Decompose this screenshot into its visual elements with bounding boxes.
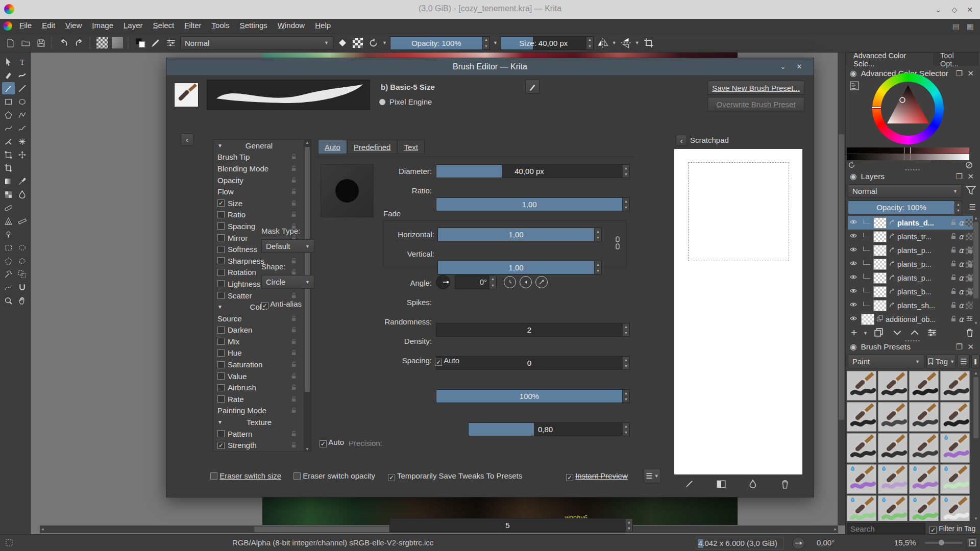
- reload-caret-icon[interactable]: ▼: [382, 40, 387, 45]
- brush-option-painting-mode[interactable]: Painting Mode: [213, 405, 305, 417]
- window-maximize-button[interactable]: ◇: [949, 5, 960, 15]
- brush-preset-thumbnail[interactable]: [878, 495, 908, 521]
- layer-visibility-icon[interactable]: [848, 218, 859, 227]
- brush-preset-thumbnail[interactable]: [878, 402, 908, 432]
- brush-option-opacity[interactable]: Opacity: [213, 174, 305, 186]
- layer-lock-icon[interactable]: [950, 246, 957, 255]
- tab-text[interactable]: Text: [397, 140, 425, 154]
- brush-preset-thumbnail[interactable]: [847, 402, 876, 432]
- brush-option-source[interactable]: Source: [213, 313, 305, 324]
- menu-file[interactable]: File: [14, 19, 37, 32]
- save-icon[interactable]: [35, 37, 47, 49]
- workspace-chooser-icon[interactable]: ▦: [967, 22, 974, 31]
- options-scrollbar[interactable]: ▲ ▼: [304, 140, 311, 452]
- angle-input[interactable]: 0° ▲▼: [455, 275, 497, 289]
- wrap-around-icon[interactable]: [643, 37, 655, 49]
- menu-window[interactable]: Window: [273, 19, 310, 32]
- tool-gradient-icon[interactable]: [2, 175, 15, 187]
- layer-alpha-icon[interactable]: α: [959, 246, 964, 255]
- tool-multibrush-icon[interactable]: [16, 135, 29, 147]
- brush-preset-thumbnail[interactable]: [909, 495, 939, 521]
- mirror-vertical-caret-icon[interactable]: ▼: [635, 40, 640, 45]
- layer-visibility-icon[interactable]: [848, 232, 859, 241]
- layer-alpha-icon[interactable]: α: [959, 287, 964, 296]
- saturation-triangle[interactable]: [881, 82, 935, 136]
- tool-calligraphy-icon[interactable]: [16, 69, 29, 81]
- hue-ring[interactable]: [872, 73, 944, 144]
- brush-option-darken[interactable]: Darken: [213, 324, 305, 336]
- tool-bezier-icon[interactable]: [2, 122, 15, 134]
- engine-radio[interactable]: [379, 99, 385, 105]
- add-layer-caret-icon[interactable]: ▼: [863, 331, 868, 336]
- tab-advanced-color-selector[interactable]: Advanced Color Sele...: [848, 53, 934, 66]
- window-minimize-button[interactable]: ⌄: [933, 5, 943, 15]
- layer-thumbnail[interactable]: [873, 286, 887, 297]
- layer-visibility-icon[interactable]: [848, 315, 859, 323]
- tag-button[interactable]: Tag▼: [926, 355, 956, 368]
- layer-name[interactable]: plants_b...: [897, 288, 948, 296]
- inherit-alpha-icon[interactable]: [966, 302, 973, 309]
- mirror-horizontal-caret-icon[interactable]: ▼: [612, 40, 617, 45]
- angle-counterclock-icon[interactable]: [520, 276, 532, 288]
- inherit-alpha-icon[interactable]: [966, 233, 973, 240]
- presets-detail-button[interactable]: ❚: [971, 355, 979, 368]
- layer-thumbnail[interactable]: [873, 245, 887, 256]
- presets-tag-dropdown[interactable]: Paint▼: [848, 355, 924, 368]
- image-dimensions-field[interactable]: 4.042 x 6.000 (3,0 GiB): [696, 537, 783, 549]
- dialog-close-icon[interactable]: ✕: [794, 62, 804, 72]
- open-document-icon[interactable]: [19, 37, 32, 49]
- duplicate-layer-button[interactable]: [874, 328, 884, 339]
- brush-preset-thumbnail[interactable]: [940, 495, 970, 521]
- tool-polyline-icon[interactable]: [16, 109, 29, 121]
- diameter-slider[interactable]: 40,00 px▲▼: [436, 164, 630, 178]
- dialog-titlebar[interactable]: Brush Editor — Krita: [166, 58, 814, 75]
- instant-preview-checkbox[interactable]: ✓ Instant Preview: [566, 471, 628, 481]
- tool-selmagnetic-icon[interactable]: [16, 281, 29, 293]
- menu-filter[interactable]: Filter: [179, 19, 206, 32]
- layer-lock-icon[interactable]: [950, 260, 957, 268]
- alpha-lock-icon[interactable]: [966, 288, 973, 295]
- layer-alpha-icon[interactable]: α: [959, 232, 964, 241]
- gradient-chooser-icon[interactable]: [96, 37, 108, 49]
- layer-thumbnail[interactable]: [873, 231, 887, 242]
- layer-lock-icon[interactable]: [950, 301, 957, 310]
- brush-option-mix[interactable]: Mix: [213, 336, 305, 347]
- brush-preset-thumbnail[interactable]: [909, 371, 939, 400]
- tool-selsimilar-icon[interactable]: [16, 268, 29, 280]
- brush-preset-thumbnail[interactable]: [940, 464, 970, 494]
- layer-row[interactable]: plants_tr...α: [848, 230, 973, 243]
- layers-float-icon[interactable]: ❐: [956, 172, 963, 181]
- tool-freehand-icon[interactable]: [16, 122, 29, 134]
- save-tweaks-checkbox[interactable]: ✓ Temporarily Save Tweaks To Presets: [388, 471, 522, 481]
- layer-visibility-icon[interactable]: [848, 246, 859, 255]
- scratchpad-fill-gradient-icon[interactable]: [717, 480, 726, 490]
- tool-selpoly-icon[interactable]: [2, 255, 15, 267]
- dialog-detach-icon[interactable]: ⌄: [778, 62, 788, 72]
- tool-selellipse-icon[interactable]: [16, 241, 29, 254]
- choose-brush-preset-icon[interactable]: [150, 37, 162, 49]
- scratchpad-clear-icon[interactable]: [780, 480, 790, 490]
- layer-alpha-icon[interactable]: α: [959, 315, 964, 324]
- layer-lock-icon[interactable]: [950, 315, 957, 323]
- layer-name[interactable]: plants_sh...: [897, 302, 948, 310]
- randomness-slider[interactable]: 0▲▼: [436, 356, 630, 370]
- tab-predefined[interactable]: Predefined: [347, 140, 398, 154]
- layer-visibility-icon[interactable]: [848, 287, 859, 296]
- layer-row[interactable]: plants_p...α: [848, 271, 973, 285]
- menu-image[interactable]: Image: [87, 19, 118, 32]
- color-selector-settings-icon[interactable]: [850, 81, 859, 92]
- layer-lock-icon[interactable]: [950, 287, 957, 296]
- presets-view-mode-button[interactable]: ☰: [958, 355, 970, 368]
- opacity-slider[interactable]: Opacity: 100% ▲▼: [390, 36, 490, 50]
- layer-row[interactable]: additional_ob...α: [848, 312, 973, 325]
- layer-alpha-icon[interactable]: α: [959, 218, 964, 228]
- layer-visibility-icon[interactable]: [848, 273, 859, 282]
- add-layer-button[interactable]: +: [851, 327, 857, 339]
- brush-option-general[interactable]: ▼General: [213, 140, 305, 152]
- layer-thumbnail[interactable]: [873, 259, 887, 270]
- dockers-toggle-icon[interactable]: ▤: [952, 22, 960, 31]
- brush-preset-thumbnail[interactable]: [847, 433, 876, 463]
- tool-selbezier-icon[interactable]: [2, 281, 15, 293]
- new-document-icon[interactable]: [4, 37, 16, 49]
- spikes-slider[interactable]: 2▲▼: [436, 323, 630, 337]
